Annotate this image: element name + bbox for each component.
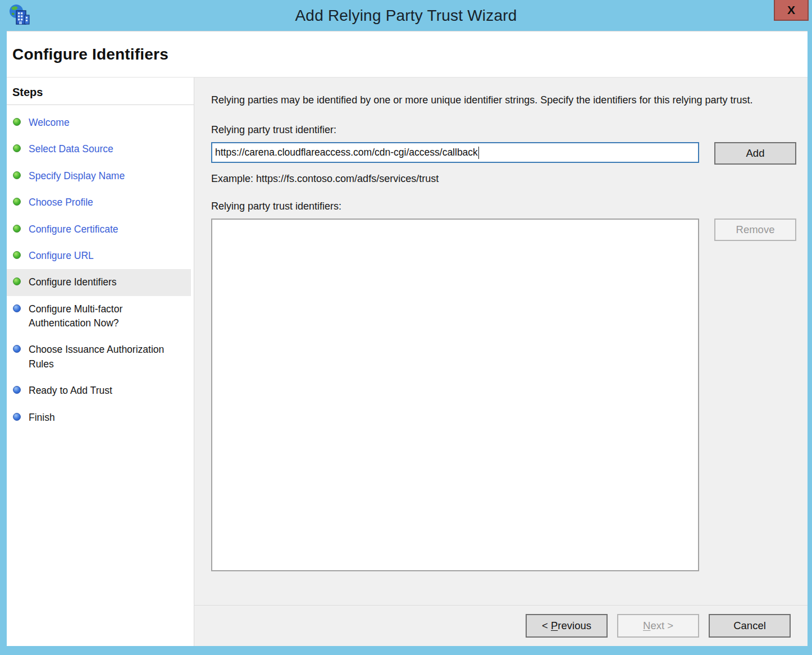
footer-button-bar: < Previous Next > Cancel bbox=[194, 605, 808, 646]
example-text: Example: https://fs.contoso.com/adfs/ser… bbox=[211, 173, 808, 185]
add-button[interactable]: Add bbox=[714, 142, 796, 165]
sidebar-item-choose-issuance-rules: Choose Issuance Authorization Rules bbox=[7, 336, 194, 377]
step-completed-icon bbox=[13, 251, 21, 259]
step-completed-icon bbox=[13, 198, 21, 206]
sidebar-item-welcome: Welcome bbox=[7, 110, 194, 136]
sidebar-item-finish: Finish bbox=[7, 404, 194, 431]
sidebar-item-choose-profile: Choose Profile bbox=[7, 189, 194, 216]
step-upcoming-icon bbox=[13, 345, 21, 353]
steps-list: Welcome Select Data Source Specify Displ… bbox=[7, 110, 194, 431]
identifiers-listbox[interactable] bbox=[211, 219, 699, 571]
step-completed-icon bbox=[13, 225, 21, 233]
adfs-app-icon bbox=[8, 4, 30, 26]
page-header: Configure Identifiers bbox=[7, 31, 808, 78]
step-upcoming-icon bbox=[13, 304, 21, 312]
sidebar-item-ready-to-add-trust: Ready to Add Trust bbox=[7, 377, 194, 404]
wizard-window: Add Relying Party Trust Wizard X Configu… bbox=[0, 0, 812, 655]
step-upcoming-icon bbox=[13, 413, 21, 421]
titlebar: Add Relying Party Trust Wizard X bbox=[0, 0, 812, 31]
sidebar-item-configure-certificate: Configure Certificate bbox=[7, 216, 194, 243]
main-panel: Relying parties may be identified by one… bbox=[194, 78, 808, 646]
steps-heading: Steps bbox=[7, 84, 194, 105]
identifiers-list-label: Relying party trust identifiers: bbox=[211, 201, 808, 212]
steps-sidebar: Steps Welcome Select Data Source Specify… bbox=[7, 78, 194, 646]
identifier-input[interactable]: https://carena.cloudflareaccess.com/cdn-… bbox=[211, 142, 699, 163]
sidebar-item-configure-identifiers: Configure Identifiers bbox=[7, 269, 191, 295]
step-completed-icon bbox=[13, 171, 21, 179]
text-caret bbox=[478, 147, 480, 159]
client-area: Configure Identifiers Steps Welcome Sele… bbox=[7, 31, 808, 646]
sidebar-item-select-data-source: Select Data Source bbox=[7, 136, 194, 162]
intro-text: Relying parties may be identified by one… bbox=[211, 93, 784, 108]
sidebar-item-configure-mfa: Configure Multi-factor Authentication No… bbox=[7, 296, 194, 337]
sidebar-item-configure-url: Configure URL bbox=[7, 243, 194, 269]
remove-button[interactable]: Remove bbox=[714, 219, 796, 241]
step-completed-icon bbox=[13, 144, 21, 152]
identifier-input-value: https://carena.cloudflareaccess.com/cdn-… bbox=[215, 147, 478, 158]
window-title: Add Relying Party Trust Wizard bbox=[0, 7, 812, 25]
previous-button[interactable]: < Previous bbox=[526, 614, 608, 638]
cancel-button[interactable]: Cancel bbox=[709, 614, 791, 638]
sidebar-item-specify-display-name: Specify Display Name bbox=[7, 163, 194, 189]
step-current-icon bbox=[13, 278, 21, 285]
step-completed-icon bbox=[13, 118, 21, 126]
next-button[interactable]: Next > bbox=[617, 614, 699, 638]
close-button[interactable]: X bbox=[774, 0, 809, 21]
page-title: Configure Identifiers bbox=[7, 46, 168, 63]
step-upcoming-icon bbox=[13, 386, 21, 394]
identifier-label: Relying party trust identifier: bbox=[211, 124, 808, 136]
